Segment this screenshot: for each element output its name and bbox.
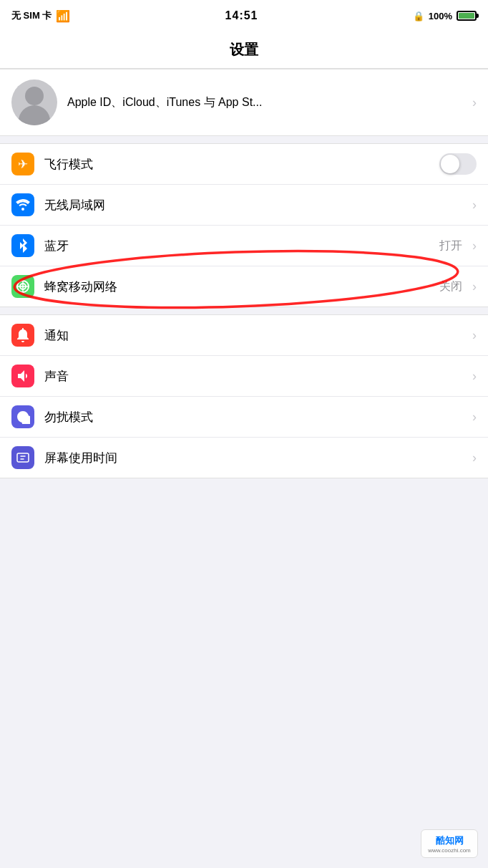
wifi-icon: 📶 — [56, 9, 70, 23]
row-notifications[interactable]: 通知 › — [0, 315, 488, 356]
row-sounds[interactable]: 声音 › — [0, 356, 488, 397]
wifi-label: 无线局域网 — [44, 197, 467, 213]
dnd-label: 勿扰模式 — [44, 409, 467, 425]
airplane-mode-toggle[interactable] — [439, 153, 477, 175]
notifications-chevron-icon: › — [472, 328, 477, 343]
wifi-settings-icon — [11, 193, 34, 216]
avatar — [11, 79, 57, 125]
cellular-icon — [11, 275, 34, 298]
screentime-icon — [11, 446, 34, 469]
row-screentime[interactable]: 屏幕使用时间 › — [0, 438, 488, 478]
section-general: 通知 › 声音 › 勿扰模式 › 屏幕使用时间 › — [0, 314, 488, 478]
row-cellular[interactable]: 蜂窝移动网络 关闭 › — [0, 266, 488, 307]
lock-icon: 🔒 — [413, 11, 424, 21]
status-bar: 无 SIM 卡 📶 14:51 🔒 100% — [0, 0, 488, 32]
notifications-label: 通知 — [44, 327, 467, 344]
section-connectivity: ✈ 飞行模式 无线局域网 › 蓝牙 打开 › — [0, 143, 488, 307]
status-left: 无 SIM 卡 📶 — [11, 9, 70, 23]
status-right: 🔒 100% — [413, 11, 477, 21]
screentime-label: 屏幕使用时间 — [44, 450, 467, 466]
cellular-chevron-icon: › — [472, 279, 477, 294]
bluetooth-chevron-icon: › — [472, 238, 477, 254]
bluetooth-icon — [11, 234, 34, 257]
no-sim-label: 无 SIM 卡 — [11, 9, 52, 22]
bluetooth-value: 打开 — [439, 238, 462, 254]
page-title: 设置 — [230, 40, 258, 59]
row-dnd[interactable]: 勿扰模式 › — [0, 397, 488, 438]
row-wifi[interactable]: 无线局域网 › — [0, 185, 488, 226]
battery-icon — [457, 11, 477, 21]
battery-percent: 100% — [429, 11, 452, 21]
status-time: 14:51 — [225, 9, 258, 22]
cellular-value: 关闭 — [439, 279, 462, 294]
notifications-icon — [11, 324, 34, 347]
sounds-icon — [11, 365, 34, 387]
airplane-mode-label: 飞行模式 — [44, 156, 439, 173]
sounds-chevron-icon: › — [472, 369, 477, 384]
row-airplane-mode[interactable]: ✈ 飞行模式 — [0, 144, 488, 185]
cellular-label: 蜂窝移动网络 — [44, 279, 439, 295]
navigation-bar: 设置 — [0, 32, 488, 69]
profile-info: Apple ID、iCloud、iTunes 与 App St... — [67, 95, 467, 110]
airplane-mode-icon: ✈ — [11, 153, 34, 175]
dnd-chevron-icon: › — [472, 410, 477, 425]
sounds-label: 声音 — [44, 368, 467, 385]
screentime-chevron-icon: › — [472, 450, 477, 466]
profile-chevron-icon: › — [472, 95, 477, 110]
svg-rect-5 — [17, 453, 29, 462]
row-bluetooth[interactable]: 蓝牙 打开 › — [0, 226, 488, 266]
wifi-chevron-icon: › — [472, 198, 477, 213]
profile-row[interactable]: Apple ID、iCloud、iTunes 与 App St... › — [0, 69, 488, 136]
dnd-icon — [11, 405, 34, 428]
bluetooth-label: 蓝牙 — [44, 238, 439, 254]
watermark: 酷知网 www.coozhi.com — [421, 829, 478, 858]
profile-label: Apple ID、iCloud、iTunes 与 App St... — [67, 96, 262, 108]
